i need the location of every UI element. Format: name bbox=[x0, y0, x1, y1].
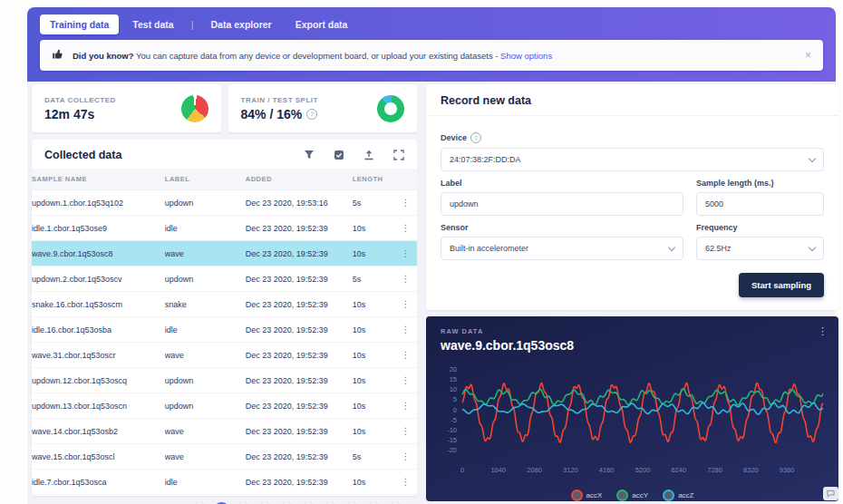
row-menu-icon[interactable]: ⋮ bbox=[402, 299, 411, 309]
row-menu-icon[interactable]: ⋮ bbox=[402, 477, 411, 487]
table-row[interactable]: wave.31.cbor.1q53oscrwaveDec 23 2020, 19… bbox=[32, 343, 417, 368]
table-row[interactable]: idle.7.cbor.1q53oscaidleDec 23 2020, 19:… bbox=[32, 470, 417, 495]
cell-added: Dec 23 2020, 19:52:39 bbox=[246, 216, 353, 241]
upload-icon[interactable] bbox=[363, 150, 374, 160]
frequency-select[interactable]: 62.5Hz bbox=[696, 237, 824, 260]
cell-length: 10s bbox=[353, 241, 395, 267]
device-help-icon[interactable]: ? bbox=[470, 132, 481, 143]
table-row[interactable]: updown.2.cbor.1q53oscvupdownDec 23 2020,… bbox=[32, 267, 417, 292]
x-tick-label: 6240 bbox=[671, 466, 686, 474]
expand-icon[interactable] bbox=[393, 150, 404, 160]
sample-length-input[interactable] bbox=[696, 192, 824, 216]
data-collected-card: DATA COLLECTED 12m 47s bbox=[32, 84, 221, 132]
row-menu-icon[interactable]: ⋮ bbox=[402, 426, 411, 436]
cell-name: updown.1.cbor.1q53q102 bbox=[32, 190, 165, 216]
y-tick-label: -20 bbox=[447, 446, 457, 454]
cell-label: idle bbox=[165, 470, 246, 495]
cell-added: Dec 23 2020, 19:52:39 bbox=[246, 267, 353, 292]
cell-added: Dec 23 2020, 19:52:39 bbox=[246, 368, 353, 393]
y-tick-label: -5 bbox=[451, 416, 457, 424]
record-title: Record new data bbox=[426, 84, 838, 116]
cell-name: wave.31.cbor.1q53oscr bbox=[32, 343, 165, 368]
table-row[interactable]: wave.14.cbor.1q53osb2waveDec 23 2020, 19… bbox=[32, 419, 417, 444]
row-menu-icon[interactable]: ⋮ bbox=[402, 401, 411, 411]
chat-widget-icon[interactable] bbox=[823, 487, 838, 500]
table-row[interactable]: updown.1.cbor.1q53q102updownDec 23 2020,… bbox=[32, 190, 417, 216]
series-accX bbox=[462, 383, 823, 443]
filter-icon[interactable] bbox=[304, 150, 315, 160]
cell-name: updown.13.cbor.1q53oscn bbox=[32, 393, 165, 419]
cell-added: Dec 23 2020, 19:52:39 bbox=[246, 470, 353, 495]
show-options-link[interactable]: Show options bbox=[500, 51, 552, 61]
banner-bold: Did you know? bbox=[73, 51, 134, 61]
y-tick-label: -15 bbox=[447, 436, 457, 444]
cell-actions: ⋮ bbox=[394, 393, 417, 419]
main-content: DATA COLLECTED 12m 47s TRAIN / TEST SPLI… bbox=[27, 82, 836, 504]
select-multiple-icon[interactable] bbox=[334, 150, 344, 160]
table-row[interactable]: idle.1.cbor.1q53ose9idleDec 23 2020, 19:… bbox=[32, 216, 417, 241]
column-header: LENGTH bbox=[353, 169, 395, 190]
cell-name: idle.7.cbor.1q53osca bbox=[32, 470, 165, 495]
cell-name: updown.2.cbor.1q53oscv bbox=[32, 267, 165, 292]
cell-actions: ⋮ bbox=[394, 267, 417, 292]
x-tick-label: 9360 bbox=[780, 466, 795, 474]
table-row[interactable]: idle.16.cbor.1q53osbaidleDec 23 2020, 19… bbox=[32, 317, 417, 343]
cell-added: Dec 23 2020, 19:52:39 bbox=[246, 419, 353, 444]
y-tick-label: 0 bbox=[453, 406, 457, 414]
close-icon[interactable]: × bbox=[805, 50, 811, 61]
tab-training-data[interactable]: Training data bbox=[40, 15, 119, 34]
cell-added: Dec 23 2020, 19:52:39 bbox=[246, 444, 353, 470]
help-icon[interactable]: ? bbox=[306, 109, 317, 120]
train-test-split-card: TRAIN / TEST SPLIT 84% / 16%? bbox=[228, 84, 418, 132]
train-test-value: 84% / 16% bbox=[241, 107, 303, 121]
table-row[interactable]: snake.16.cbor.1q53oscmsnakeDec 23 2020, … bbox=[32, 292, 417, 317]
row-menu-icon[interactable]: ⋮ bbox=[402, 248, 411, 258]
legend-item-accZ[interactable]: accZ bbox=[663, 489, 693, 501]
cell-actions: ⋮ bbox=[394, 368, 417, 393]
legend-item-accX[interactable]: accX bbox=[571, 489, 603, 501]
cell-name: snake.16.cbor.1q53oscm bbox=[32, 292, 165, 317]
row-menu-icon[interactable]: ⋮ bbox=[402, 451, 411, 461]
tab-data-explorer[interactable]: Data explorer bbox=[201, 15, 282, 34]
row-menu-icon[interactable]: ⋮ bbox=[402, 375, 411, 385]
sensor-select[interactable]: Built-in accelerometer bbox=[441, 237, 683, 260]
row-menu-icon[interactable]: ⋮ bbox=[402, 350, 411, 360]
banner-text: Did you know? You can capture data from … bbox=[73, 51, 552, 61]
right-column: Record new data Device? 24:07:38:2F:DD:D… bbox=[426, 84, 838, 501]
cell-label: updown bbox=[165, 190, 246, 216]
cell-length: 10s bbox=[353, 216, 395, 241]
x-tick-label: 7280 bbox=[707, 466, 722, 474]
panel-menu-icon[interactable]: ⋮ bbox=[818, 325, 828, 337]
row-menu-icon[interactable]: ⋮ bbox=[402, 325, 411, 334]
x-tick-label: 3120 bbox=[563, 466, 578, 474]
data-collected-label: DATA COLLECTED bbox=[44, 96, 116, 104]
cell-name: idle.1.cbor.1q53ose9 bbox=[32, 216, 165, 241]
cell-length: 10s bbox=[353, 393, 395, 419]
table-row[interactable]: updown.13.cbor.1q53oscnupdownDec 23 2020… bbox=[32, 393, 417, 419]
cell-actions: ⋮ bbox=[394, 190, 417, 216]
table-row[interactable]: updown.12.cbor.1q53oscqupdownDec 23 2020… bbox=[32, 368, 417, 393]
tab-export-data[interactable]: Export data bbox=[286, 15, 358, 34]
cell-actions: ⋮ bbox=[394, 419, 417, 444]
x-tick-label: 2080 bbox=[527, 466, 542, 474]
legend-item-accY[interactable]: accY bbox=[616, 489, 648, 501]
tab-test-data[interactable]: Test data bbox=[122, 15, 183, 34]
raw-data-label: RAW DATA bbox=[426, 316, 838, 335]
row-menu-icon[interactable]: ⋮ bbox=[402, 198, 411, 208]
frequency-label: Frequency bbox=[696, 223, 824, 232]
cell-actions: ⋮ bbox=[394, 216, 417, 241]
start-sampling-button[interactable]: Start sampling bbox=[739, 273, 824, 297]
table-row[interactable]: wave.15.cbor.1q53osclwaveDec 23 2020, 19… bbox=[32, 444, 417, 470]
record-new-data-card: Record new data Device? 24:07:38:2F:DD:D… bbox=[426, 84, 838, 310]
split-donut-icon bbox=[377, 95, 404, 122]
cell-added: Dec 23 2020, 19:52:39 bbox=[246, 241, 353, 267]
label-input[interactable] bbox=[441, 192, 683, 216]
row-menu-icon[interactable]: ⋮ bbox=[402, 274, 411, 284]
row-menu-icon[interactable]: ⋮ bbox=[402, 223, 411, 233]
legend-label: accZ bbox=[678, 491, 693, 499]
device-select[interactable]: 24:07:38:2F:DD:DA bbox=[441, 148, 824, 171]
cell-length: 5s bbox=[353, 267, 395, 292]
cell-length: 10s bbox=[353, 343, 395, 368]
legend-marker-icon bbox=[663, 489, 674, 501]
table-row[interactable]: wave.9.cbor.1q53osc8waveDec 23 2020, 19:… bbox=[32, 241, 417, 267]
